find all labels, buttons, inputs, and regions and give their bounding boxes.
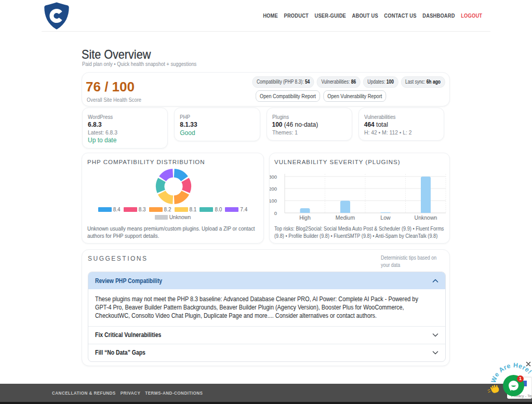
- svg-text:Low: Low: [380, 214, 391, 221]
- svg-text:100: 100: [270, 198, 277, 204]
- svg-text:0: 0: [274, 210, 277, 216]
- svg-text:Unknown: Unknown: [415, 214, 437, 221]
- svg-text:300: 300: [270, 174, 277, 180]
- svg-text:200: 200: [270, 186, 277, 192]
- svg-text:Medium: Medium: [336, 214, 355, 221]
- svg-text:High: High: [299, 214, 311, 221]
